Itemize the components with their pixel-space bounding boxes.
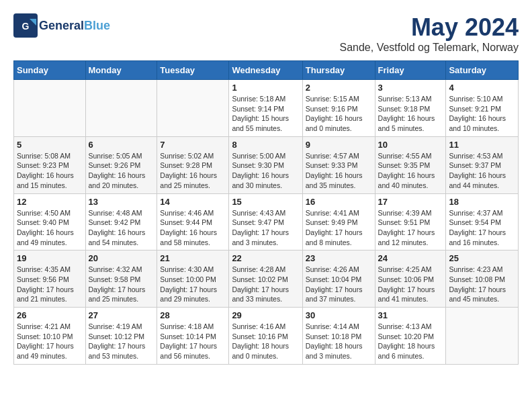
day-info: Sunrise: 5:10 AM Sunset: 9:21 PM Dayligh…: [449, 94, 515, 134]
day-cell: 6Sunrise: 5:05 AM Sunset: 9:26 PM Daylig…: [85, 136, 157, 193]
day-cell: 3Sunrise: 5:13 AM Sunset: 9:18 PM Daylig…: [375, 80, 446, 137]
day-cell: 13Sunrise: 4:48 AM Sunset: 9:42 PM Dayli…: [85, 193, 157, 250]
day-cell: 28Sunrise: 4:18 AM Sunset: 10:14 PM Dayl…: [157, 308, 229, 365]
day-cell: 18Sunrise: 4:37 AM Sunset: 9:54 PM Dayli…: [446, 193, 519, 250]
day-number: 27: [89, 310, 154, 320]
day-cell: 2Sunrise: 5:15 AM Sunset: 9:16 PM Daylig…: [302, 80, 375, 137]
week-row-4: 19Sunrise: 4:35 AM Sunset: 9:56 PM Dayli…: [14, 250, 519, 308]
day-number: 9: [306, 140, 372, 150]
day-info: Sunrise: 4:14 AM Sunset: 10:18 PM Daylig…: [306, 322, 372, 361]
day-cell: 29Sunrise: 4:16 AM Sunset: 10:16 PM Dayl…: [229, 308, 302, 365]
logo-icon: G: [13, 13, 38, 38]
header-row: SundayMondayTuesdayWednesdayThursdayFrid…: [14, 61, 519, 80]
day-cell: [14, 80, 86, 137]
day-cell: 10Sunrise: 4:55 AM Sunset: 9:35 PM Dayli…: [375, 136, 446, 193]
day-number: 6: [89, 140, 154, 150]
day-info: Sunrise: 4:53 AM Sunset: 9:37 PM Dayligh…: [449, 151, 515, 191]
day-info: Sunrise: 4:41 AM Sunset: 9:49 PM Dayligh…: [306, 208, 372, 248]
day-info: Sunrise: 4:25 AM Sunset: 10:06 PM Daylig…: [378, 265, 443, 304]
day-number: 2: [306, 83, 372, 93]
day-info: Sunrise: 4:43 AM Sunset: 9:47 PM Dayligh…: [232, 208, 299, 248]
day-cell: 1Sunrise: 5:18 AM Sunset: 9:14 PM Daylig…: [229, 80, 302, 137]
day-number: 7: [160, 140, 226, 150]
day-number: 24: [378, 253, 443, 263]
day-info: Sunrise: 4:18 AM Sunset: 10:14 PM Daylig…: [160, 322, 226, 361]
day-info: Sunrise: 4:46 AM Sunset: 9:44 PM Dayligh…: [160, 208, 226, 248]
day-cell: 30Sunrise: 4:14 AM Sunset: 10:18 PM Dayl…: [302, 308, 375, 365]
calendar-table: SundayMondayTuesdayWednesdayThursdayFrid…: [13, 60, 519, 365]
day-number: 16: [306, 197, 372, 207]
day-info: Sunrise: 4:26 AM Sunset: 10:04 PM Daylig…: [306, 265, 372, 304]
day-cell: 31Sunrise: 4:13 AM Sunset: 10:20 PM Dayl…: [375, 308, 446, 365]
day-info: Sunrise: 4:32 AM Sunset: 9:58 PM Dayligh…: [89, 265, 154, 304]
day-number: 20: [89, 253, 154, 263]
day-cell: 9Sunrise: 4:57 AM Sunset: 9:33 PM Daylig…: [302, 136, 375, 193]
day-info: Sunrise: 4:28 AM Sunset: 10:02 PM Daylig…: [232, 265, 299, 304]
day-info: Sunrise: 5:08 AM Sunset: 9:23 PM Dayligh…: [17, 151, 83, 191]
day-number: 28: [160, 310, 226, 320]
day-cell: 25Sunrise: 4:23 AM Sunset: 10:08 PM Dayl…: [446, 250, 519, 308]
day-info: Sunrise: 5:05 AM Sunset: 9:26 PM Dayligh…: [89, 151, 154, 191]
day-cell: 14Sunrise: 4:46 AM Sunset: 9:44 PM Dayli…: [157, 193, 229, 250]
day-number: 10: [378, 140, 443, 150]
col-header-wednesday: Wednesday: [229, 61, 302, 80]
day-number: 19: [17, 253, 83, 263]
day-number: 12: [17, 197, 83, 207]
day-number: 29: [232, 310, 299, 320]
logo: G GeneralBlue: [13, 13, 110, 38]
day-cell: 19Sunrise: 4:35 AM Sunset: 9:56 PM Dayli…: [14, 250, 86, 308]
day-number: 25: [449, 253, 515, 263]
day-number: 15: [232, 197, 299, 207]
day-cell: 26Sunrise: 4:21 AM Sunset: 10:10 PM Dayl…: [14, 308, 86, 365]
day-cell: 16Sunrise: 4:41 AM Sunset: 9:49 PM Dayli…: [302, 193, 375, 250]
day-info: Sunrise: 4:19 AM Sunset: 10:12 PM Daylig…: [89, 322, 154, 361]
month-title: May 2024: [339, 13, 519, 42]
day-info: Sunrise: 5:18 AM Sunset: 9:14 PM Dayligh…: [232, 94, 299, 134]
day-info: Sunrise: 5:00 AM Sunset: 9:30 PM Dayligh…: [232, 151, 299, 191]
day-number: 21: [160, 253, 226, 263]
day-info: Sunrise: 4:16 AM Sunset: 10:16 PM Daylig…: [232, 322, 299, 361]
day-info: Sunrise: 4:23 AM Sunset: 10:08 PM Daylig…: [449, 265, 515, 304]
day-number: 8: [232, 140, 299, 150]
col-header-monday: Monday: [85, 61, 157, 80]
day-cell: [85, 80, 157, 137]
day-info: Sunrise: 4:48 AM Sunset: 9:42 PM Dayligh…: [89, 208, 154, 248]
day-cell: [157, 80, 229, 137]
day-info: Sunrise: 4:13 AM Sunset: 10:20 PM Daylig…: [378, 322, 443, 361]
day-number: 3: [378, 83, 443, 93]
week-row-1: 1Sunrise: 5:18 AM Sunset: 9:14 PM Daylig…: [14, 80, 519, 137]
day-cell: 23Sunrise: 4:26 AM Sunset: 10:04 PM Dayl…: [302, 250, 375, 308]
day-info: Sunrise: 5:13 AM Sunset: 9:18 PM Dayligh…: [378, 94, 443, 134]
col-header-tuesday: Tuesday: [157, 61, 229, 80]
day-cell: 12Sunrise: 4:50 AM Sunset: 9:40 PM Dayli…: [14, 193, 86, 250]
day-number: 26: [17, 310, 83, 320]
day-number: 31: [378, 310, 443, 320]
day-number: 5: [17, 140, 83, 150]
day-cell: 20Sunrise: 4:32 AM Sunset: 9:58 PM Dayli…: [85, 250, 157, 308]
col-header-thursday: Thursday: [302, 61, 375, 80]
day-cell: 24Sunrise: 4:25 AM Sunset: 10:06 PM Dayl…: [375, 250, 446, 308]
day-cell: 5Sunrise: 5:08 AM Sunset: 9:23 PM Daylig…: [14, 136, 86, 193]
day-number: 18: [449, 197, 515, 207]
day-cell: 8Sunrise: 5:00 AM Sunset: 9:30 PM Daylig…: [229, 136, 302, 193]
day-info: Sunrise: 4:35 AM Sunset: 9:56 PM Dayligh…: [17, 265, 83, 304]
day-cell: 17Sunrise: 4:39 AM Sunset: 9:51 PM Dayli…: [375, 193, 446, 250]
day-cell: 27Sunrise: 4:19 AM Sunset: 10:12 PM Dayl…: [85, 308, 157, 365]
day-number: 13: [89, 197, 154, 207]
day-number: 14: [160, 197, 226, 207]
day-info: Sunrise: 4:50 AM Sunset: 9:40 PM Dayligh…: [17, 208, 83, 248]
day-info: Sunrise: 4:39 AM Sunset: 9:51 PM Dayligh…: [378, 208, 443, 248]
day-number: 23: [306, 253, 372, 263]
col-header-friday: Friday: [375, 61, 446, 80]
day-number: 17: [378, 197, 443, 207]
day-number: 11: [449, 140, 515, 150]
day-info: Sunrise: 4:21 AM Sunset: 10:10 PM Daylig…: [17, 322, 83, 361]
day-number: 4: [449, 83, 515, 93]
day-number: 22: [232, 253, 299, 263]
day-cell: 7Sunrise: 5:02 AM Sunset: 9:28 PM Daylig…: [157, 136, 229, 193]
day-cell: 22Sunrise: 4:28 AM Sunset: 10:02 PM Dayl…: [229, 250, 302, 308]
day-number: 30: [306, 310, 372, 320]
title-block: May 2024 Sande, Vestfold og Telemark, No…: [339, 13, 519, 54]
location: Sande, Vestfold og Telemark, Norway: [339, 42, 519, 54]
svg-text:G: G: [22, 21, 30, 32]
